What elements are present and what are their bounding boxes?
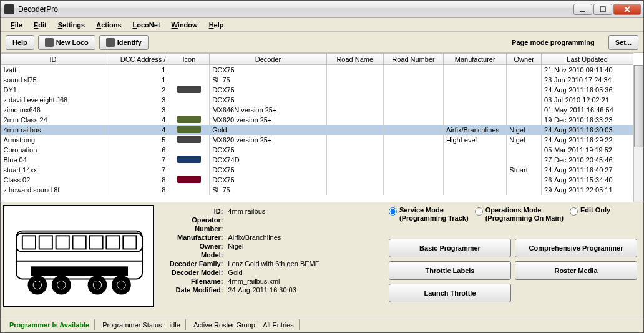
table-row[interactable]: 4mm railbus4GoldAirfix/BranchlinesNigel2… xyxy=(1,125,633,135)
radio-edit-input[interactable] xyxy=(570,207,578,216)
radio-ops-mode[interactable]: Operations Mode(Programming On Main) xyxy=(475,206,564,222)
cell-decoder: MX620 version 25+ xyxy=(210,135,326,145)
app-icon xyxy=(4,4,14,14)
table-row[interactable]: Ivatt1DCX7521-Nov-2010 09:11:40 xyxy=(1,65,633,75)
table-row[interactable]: Class 028DCX7526-Aug-2011 15:34:40 xyxy=(1,175,633,185)
cell-mfr xyxy=(444,155,507,165)
cell-decoder: Gold xyxy=(210,125,326,135)
col-header-id[interactable]: ID xyxy=(1,54,105,65)
identify-icon xyxy=(106,38,115,47)
col-header-roadname[interactable]: Road Name xyxy=(326,54,383,65)
maximize-button[interactable] xyxy=(593,4,612,15)
col-header-manufacturer[interactable]: Manufacturer xyxy=(444,54,507,65)
col-header-updated[interactable]: Last Updated xyxy=(542,54,633,65)
cell-dcc: 3 xyxy=(105,95,168,105)
cell-mfr xyxy=(444,145,507,155)
detail-mfr-value: Airfix/Branchlines xyxy=(228,234,380,241)
cell-icon xyxy=(168,155,210,165)
basic-programmer-button[interactable]: Basic Programmer xyxy=(389,239,511,257)
menu-file[interactable]: File xyxy=(6,19,27,31)
detail-dmodel-value: Gold xyxy=(228,269,380,276)
table-row[interactable]: zimo mx6463MX646N version 25+01-May-2011… xyxy=(1,105,633,115)
cell-owner: Nigel xyxy=(507,135,542,145)
table-row[interactable]: DY12DCX7524-Aug-2011 16:05:36 xyxy=(1,85,633,95)
loco-thumb-icon xyxy=(177,116,201,123)
detail-family-label: Decoder Family: xyxy=(159,260,228,267)
table-scrollbar[interactable] xyxy=(633,65,643,202)
cell-mfr: HighLevel xyxy=(444,135,507,145)
detail-filename-label: Filename: xyxy=(159,277,228,285)
cell-updated: 24-Aug-2011 16:05:36 xyxy=(542,85,633,95)
table-row[interactable]: stuart 14xx7DCX75Stuart24-Aug-2011 16:40… xyxy=(1,165,633,175)
cell-roadname xyxy=(326,105,383,115)
cell-dcc: 4 xyxy=(105,125,168,135)
cell-updated: 29-Aug-2011 22:05:11 xyxy=(542,185,633,195)
menu-help[interactable]: Help xyxy=(204,19,229,31)
minimize-button[interactable] xyxy=(573,4,592,15)
col-header-owner[interactable]: Owner xyxy=(507,54,542,65)
statusbar: Programmer Is Available Programmer Statu… xyxy=(1,319,643,330)
cell-decoder: DCX74D xyxy=(210,155,326,165)
cell-id: zimo mx646 xyxy=(1,105,105,115)
roster-table[interactable]: ID DCC Address / Icon Decoder Road Name … xyxy=(1,53,633,195)
identify-button[interactable]: Identify xyxy=(99,35,149,50)
col-header-dcc[interactable]: DCC Address / xyxy=(105,54,168,65)
table-row[interactable]: z david eveleight J683DCX7503-Jul-2010 1… xyxy=(1,95,633,105)
cell-updated: 26-Aug-2011 15:34:40 xyxy=(542,175,633,185)
new-loco-button[interactable]: New Loco xyxy=(38,35,95,50)
cell-id: z howard sound 8f xyxy=(1,185,105,195)
cell-id: 2mm Class 24 xyxy=(1,115,105,125)
throttle-labels-button[interactable]: Throttle Labels xyxy=(389,261,511,280)
cell-owner xyxy=(507,85,542,95)
table-row[interactable]: Coronation6DCX7505-Mar-2011 19:19:52 xyxy=(1,145,633,155)
table-row[interactable]: z howard sound 8f8SL 7529-Aug-2011 22:05… xyxy=(1,185,633,195)
col-header-icon[interactable]: Icon xyxy=(168,54,210,65)
cell-roadname xyxy=(326,185,383,195)
radio-edit-only[interactable]: Edit Only xyxy=(570,206,610,216)
cell-mfr xyxy=(444,115,507,125)
cell-updated: 24-Aug-2011 16:40:27 xyxy=(542,165,633,175)
table-row[interactable]: Armstrong5MX620 version 25+HighLevelNige… xyxy=(1,135,633,145)
menu-loconet[interactable]: LocoNet xyxy=(128,19,165,31)
col-header-roadnumber[interactable]: Road Number xyxy=(383,54,443,65)
cell-decoder: DCX75 xyxy=(210,85,326,95)
cell-roadname xyxy=(326,65,383,75)
actions-pane: Service Mode(Programming Track) Operatio… xyxy=(383,202,643,319)
menu-actions[interactable]: Actions xyxy=(91,19,126,31)
radio-ops-input[interactable] xyxy=(475,207,483,216)
table-row[interactable]: 2mm Class 244MX620 version 25+19-Dec-201… xyxy=(1,115,633,125)
help-button[interactable]: Help xyxy=(6,35,34,50)
roster-media-button[interactable]: Roster Media xyxy=(515,261,637,280)
cell-decoder: MX620 version 25+ xyxy=(210,115,326,125)
cell-id: Armstrong xyxy=(1,135,105,145)
cell-dcc: 3 xyxy=(105,105,168,115)
roster-table-wrap: ID DCC Address / Icon Decoder Road Name … xyxy=(1,53,643,202)
svg-rect-4 xyxy=(4,207,153,306)
radio-service-mode[interactable]: Service Mode(Programming Track) xyxy=(389,206,469,222)
cell-updated: 23-Jun-2010 17:24:34 xyxy=(542,75,633,85)
cell-owner xyxy=(507,95,542,105)
cell-roadnumber xyxy=(383,145,443,155)
set-button[interactable]: Set... xyxy=(608,35,638,50)
cell-id: 4mm railbus xyxy=(1,125,105,135)
loco-thumb-icon xyxy=(177,156,201,163)
cell-roadnumber xyxy=(383,105,443,115)
cell-roadname xyxy=(326,85,383,95)
close-button[interactable] xyxy=(613,4,641,15)
cell-dcc: 1 xyxy=(105,65,168,75)
radio-service-input[interactable] xyxy=(389,207,397,216)
launch-throttle-button[interactable]: Launch Throttle xyxy=(389,284,511,302)
cell-id: Ivatt xyxy=(1,65,105,75)
col-header-decoder[interactable]: Decoder xyxy=(210,54,326,65)
menu-window[interactable]: Window xyxy=(167,19,203,31)
loco-thumb-icon xyxy=(177,136,201,143)
cell-icon xyxy=(168,135,210,145)
menu-settings[interactable]: Settings xyxy=(53,19,90,31)
menu-edit[interactable]: Edit xyxy=(29,19,52,31)
table-row[interactable]: Blue 047DCX74D27-Dec-2010 20:45:46 xyxy=(1,155,633,165)
comprehensive-programmer-button[interactable]: Comprehensive Programmer xyxy=(515,239,637,257)
table-row[interactable]: sound sl751SL 7523-Jun-2010 17:24:34 xyxy=(1,75,633,85)
detail-dmodel-label: Decoder Model: xyxy=(159,269,228,276)
detail-modified-label: Date Modified: xyxy=(159,286,228,294)
cell-mfr xyxy=(444,65,507,75)
